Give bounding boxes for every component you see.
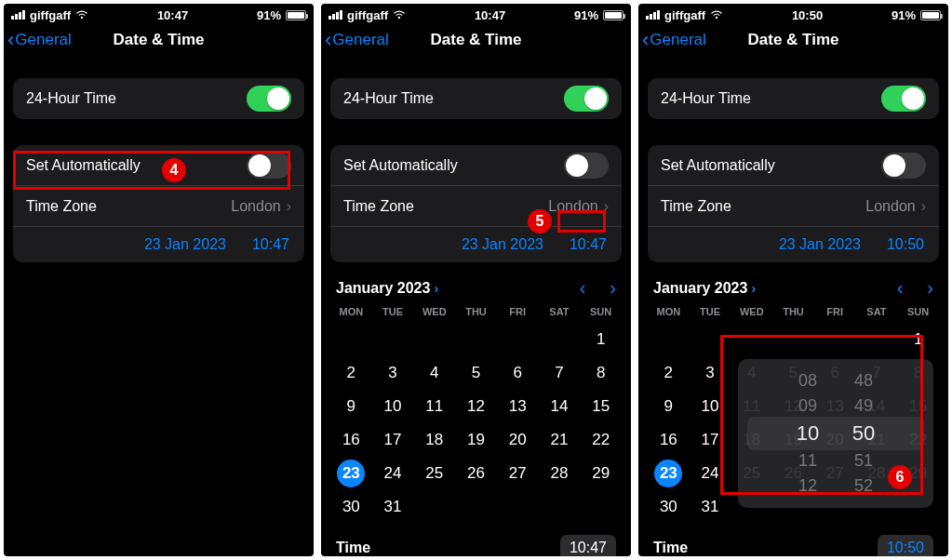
calendar-day[interactable]: 20 <box>497 423 539 457</box>
calendar-day[interactable]: 18 <box>413 423 455 457</box>
time-display[interactable]: 10:50 <box>887 236 924 253</box>
calendar-day[interactable]: 24 <box>372 457 414 490</box>
prev-month-button[interactable]: ‹ <box>580 277 586 299</box>
dow-label: FRI <box>814 306 856 317</box>
date-display[interactable]: 23 Jan 2023 <box>144 236 226 253</box>
calendar-day[interactable]: 5 <box>455 356 497 390</box>
calendar-day[interactable]: 2 <box>648 356 690 390</box>
calendar-day[interactable]: 22 <box>580 423 622 457</box>
calendar-day[interactable]: 28 <box>539 457 581 490</box>
signal-bars-icon <box>329 10 342 20</box>
date-display[interactable]: 23 Jan 2023 <box>462 236 543 253</box>
calendar-day[interactable]: 14 <box>539 390 581 423</box>
calendar-day[interactable]: 29 <box>580 457 622 490</box>
dow-label: WED <box>731 306 772 317</box>
calendar-day[interactable]: 10 <box>372 390 414 423</box>
nav-bar: ‹General Date & Time <box>638 24 948 56</box>
next-month-button[interactable]: › <box>927 277 933 299</box>
detail-value: London <box>548 198 597 215</box>
row-24hour[interactable]: 24-Hour Time <box>13 78 304 119</box>
time-footer: Time 10:47 <box>321 524 631 556</box>
calendar-day[interactable]: 30 <box>330 490 372 524</box>
detail-value: London <box>865 198 915 215</box>
calendar-header: January 2023› ‹ › <box>638 272 948 302</box>
row-date-display[interactable]: 23 Jan 2023 10:47 <box>330 227 622 262</box>
wifi-icon <box>393 10 406 20</box>
toggle-switch[interactable] <box>564 153 609 179</box>
toggle-switch[interactable] <box>881 86 926 112</box>
row-date-display[interactable]: 23 Jan 2023 10:47 <box>13 227 304 262</box>
calendar-day[interactable]: 24 <box>690 457 731 490</box>
calendar-day[interactable]: 3 <box>690 356 731 390</box>
toggle-switch[interactable] <box>881 153 926 179</box>
calendar-day[interactable]: 15 <box>580 390 622 423</box>
row-timezone[interactable]: Time Zone London› <box>648 186 939 227</box>
calendar-day[interactable]: 4 <box>413 356 455 390</box>
calendar-day[interactable]: 31 <box>690 490 731 524</box>
calendar-day[interactable]: 17 <box>690 423 731 457</box>
calendar-day[interactable]: 9 <box>648 390 690 423</box>
calendar-day[interactable]: 23 <box>330 457 372 490</box>
calendar-day[interactable]: 1 <box>580 323 622 356</box>
toggle-switch[interactable] <box>247 86 291 112</box>
calendar-day[interactable]: 17 <box>372 423 414 457</box>
wifi-icon <box>710 10 723 20</box>
prev-month-button[interactable]: ‹ <box>897 277 904 299</box>
dow-label: SAT <box>539 306 581 317</box>
calendar-day[interactable]: 2 <box>330 356 372 390</box>
nav-bar: ‹General Date & Time <box>4 24 314 56</box>
row-label: Time Zone <box>343 198 414 215</box>
calendar-day[interactable]: 10 <box>690 390 731 423</box>
time-value-pill[interactable]: 10:50 <box>878 535 933 556</box>
calendar-day[interactable]: 9 <box>330 390 372 423</box>
month-button[interactable]: January 2023› <box>336 280 438 297</box>
calendar-day[interactable]: 21 <box>539 423 581 457</box>
calendar-day[interactable]: 30 <box>648 490 690 524</box>
calendar-day[interactable]: 31 <box>372 490 414 524</box>
row-set-automatically[interactable]: Set Automatically <box>330 145 622 186</box>
calendar-day[interactable]: 26 <box>455 457 497 490</box>
time-value-pill[interactable]: 10:47 <box>560 535 616 556</box>
time-display[interactable]: 10:47 <box>252 236 289 253</box>
date-display[interactable]: 23 Jan 2023 <box>779 236 861 253</box>
chevron-right-icon: › <box>751 281 756 296</box>
calendar-day[interactable]: 6 <box>497 356 539 390</box>
calendar-day[interactable]: 1 <box>897 323 939 356</box>
back-button[interactable]: ‹General <box>4 30 72 50</box>
calendar-day[interactable]: 25 <box>413 457 455 490</box>
back-button[interactable]: ‹General <box>638 30 706 50</box>
time-display[interactable]: 10:47 <box>570 236 607 253</box>
calendar-day[interactable]: 3 <box>372 356 414 390</box>
row-24hour[interactable]: 24-Hour Time <box>330 78 622 119</box>
battery-percent: 91% <box>574 8 598 22</box>
calendar-day[interactable]: 12 <box>455 390 497 423</box>
next-month-button[interactable]: › <box>610 277 616 299</box>
dow-label: MON <box>648 306 690 317</box>
row-set-automatically[interactable]: Set Automatically <box>648 145 939 186</box>
row-24hour[interactable]: 24-Hour Time <box>648 78 939 119</box>
screen-2: giffgaff 10:47 91% ‹General Date & Time … <box>321 4 631 556</box>
row-set-automatically[interactable]: Set Automatically <box>13 145 304 186</box>
calendar-day[interactable]: 13 <box>497 390 539 423</box>
toggle-switch[interactable] <box>564 86 609 112</box>
calendar-day[interactable]: 16 <box>330 423 372 457</box>
calendar-day[interactable]: 23 <box>648 457 690 490</box>
calendar-day[interactable]: 19 <box>455 423 497 457</box>
calendar-day[interactable]: 11 <box>413 390 455 423</box>
row-timezone[interactable]: Time Zone London› <box>13 186 304 227</box>
row-timezone[interactable]: Time Zone London› <box>330 186 622 227</box>
calendar-day[interactable]: 7 <box>539 356 581 390</box>
back-button[interactable]: ‹General <box>321 30 389 50</box>
group-24hour: 24-Hour Time <box>648 78 939 119</box>
dow-label: SUN <box>580 306 622 317</box>
calendar-day[interactable]: 16 <box>648 423 690 457</box>
row-date-display[interactable]: 23 Jan 2023 10:50 <box>648 227 939 262</box>
month-button[interactable]: January 2023› <box>653 280 756 297</box>
group-24hour: 24-Hour Time <box>13 78 304 119</box>
nav-bar: ‹General Date & Time <box>321 24 631 56</box>
calendar-grid: 1234567891011121314151617181920212223242… <box>321 323 631 524</box>
calendar-day[interactable]: 8 <box>580 356 622 390</box>
calendar-day[interactable]: 27 <box>497 457 539 490</box>
toggle-switch[interactable] <box>247 153 291 179</box>
dow-label: WED <box>413 306 455 317</box>
